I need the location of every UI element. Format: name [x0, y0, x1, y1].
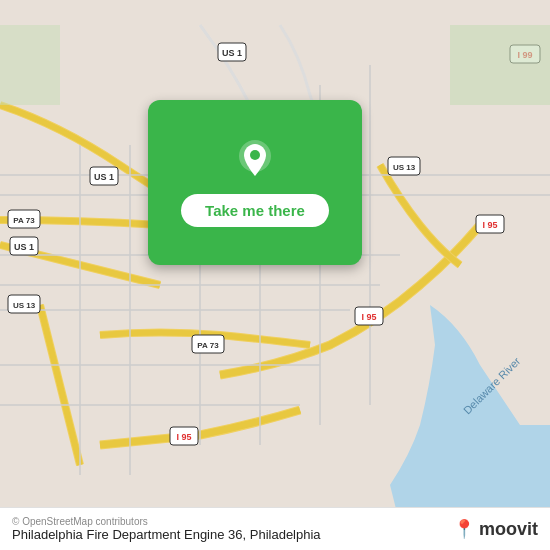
map-background: Delaware River	[0, 0, 550, 550]
svg-rect-38	[0, 25, 60, 105]
location-pin-icon	[233, 138, 277, 182]
svg-text:US 1: US 1	[14, 242, 34, 252]
svg-text:I 95: I 95	[482, 220, 497, 230]
take-me-there-button[interactable]: Take me there	[181, 194, 329, 227]
popup-card: Take me there	[148, 100, 362, 265]
svg-text:PA 73: PA 73	[197, 341, 219, 350]
location-name: Philadelphia Fire Department Engine 36, …	[12, 527, 321, 542]
copyright-text: © OpenStreetMap contributors	[12, 516, 321, 527]
svg-text:US 1: US 1	[94, 172, 114, 182]
bottom-left-info: © OpenStreetMap contributors Philadelphi…	[12, 516, 321, 542]
bottom-bar: © OpenStreetMap contributors Philadelphi…	[0, 507, 550, 550]
svg-text:I 95: I 95	[361, 312, 376, 322]
svg-text:US 13: US 13	[13, 301, 36, 310]
moovit-text: moovit	[479, 519, 538, 540]
moovit-pin-icon: 📍	[453, 518, 475, 540]
svg-rect-37	[450, 25, 550, 105]
svg-text:I 95: I 95	[176, 432, 191, 442]
svg-text:US 1: US 1	[222, 48, 242, 58]
svg-text:US 13: US 13	[393, 163, 416, 172]
svg-point-40	[250, 150, 260, 160]
moovit-logo: 📍 moovit	[453, 518, 538, 540]
svg-text:PA 73: PA 73	[13, 216, 35, 225]
map-container: Delaware River	[0, 0, 550, 550]
